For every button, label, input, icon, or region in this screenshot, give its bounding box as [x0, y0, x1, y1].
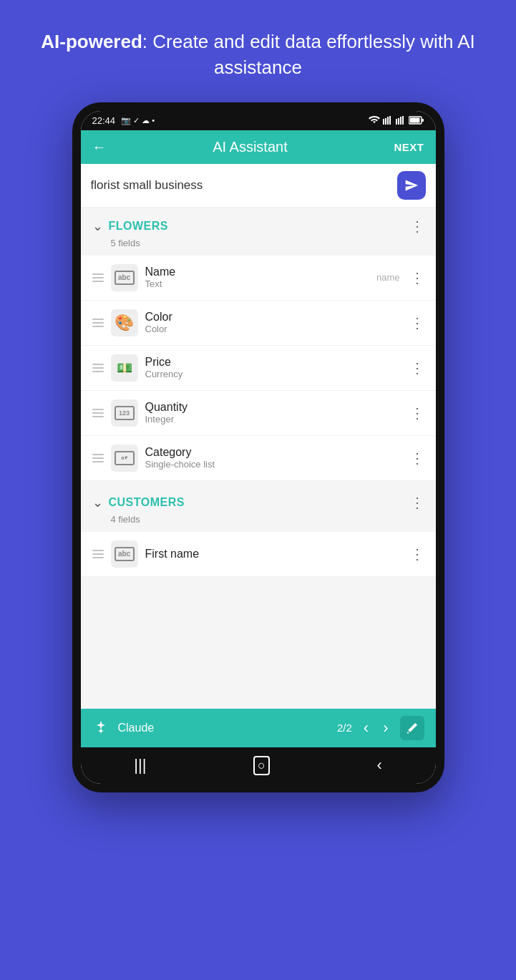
svg-rect-3	[389, 116, 391, 125]
nav-home-icon[interactable]: ○	[253, 756, 270, 775]
flowers-section-header: ⌄ FLOWERS ⋮	[81, 208, 436, 238]
category-field-name: Category	[145, 446, 403, 459]
nav-bar: ||| ○ ‹	[81, 747, 436, 784]
ai-sparkle-icon	[92, 719, 109, 737]
firstname-field-info: First name	[145, 548, 403, 561]
select-icon: a▾	[115, 451, 135, 465]
currency-icon: 💵	[117, 360, 132, 376]
drag-handle-quantity[interactable]	[92, 409, 104, 417]
firstname-field-name: First name	[145, 548, 403, 561]
field-row-quantity: 123 Quantity Integer ⋮	[81, 391, 436, 436]
status-icons	[369, 116, 424, 125]
category-field-info: Category Single-choice list	[145, 446, 403, 470]
drag-handle-price[interactable]	[92, 364, 104, 372]
nav-recents-icon[interactable]: |||	[134, 756, 146, 775]
status-bar: 22:44 📷 ✓ ☁ •	[81, 111, 436, 130]
name-field-tag: name	[376, 272, 400, 283]
search-input[interactable]	[91, 178, 397, 193]
color-field-type: Color	[145, 324, 403, 334]
text-icon-firstname: abc	[115, 547, 135, 561]
drag-handle-firstname[interactable]	[92, 550, 104, 558]
phone-frame: 22:44 📷 ✓ ☁ • ← AI Assistant NEXT	[72, 102, 444, 792]
back-button[interactable]: ←	[92, 139, 107, 155]
flowers-section-subtitle: 5 fields	[81, 238, 436, 256]
quantity-field-name: Quantity	[145, 401, 403, 414]
bottom-bar: Claude 2/2 ‹ ›	[81, 709, 436, 747]
status-time: 22:44 📷 ✓ ☁ •	[92, 115, 155, 126]
quantity-field-icon: 123	[111, 399, 138, 427]
name-more-icon[interactable]: ⋮	[410, 269, 424, 286]
app-bar: ← AI Assistant NEXT	[81, 130, 436, 164]
app-bar-title: AI Assistant	[213, 139, 288, 155]
drag-handle-color[interactable]	[92, 319, 104, 327]
drag-handle-category[interactable]	[92, 454, 104, 462]
svg-rect-0	[383, 119, 384, 125]
svg-rect-9	[409, 118, 419, 123]
color-field-name: Color	[145, 311, 403, 324]
field-row-price: 💵 Price Currency ⋮	[81, 346, 436, 391]
firstname-more-icon[interactable]: ⋮	[410, 545, 424, 563]
page-indicator: 2/2	[337, 722, 352, 734]
flowers-more-icon[interactable]: ⋮	[410, 218, 424, 235]
name-field-type: Text	[145, 278, 369, 289]
number-icon: 123	[115, 406, 135, 420]
svg-rect-6	[400, 117, 401, 125]
hero-text: AI-powered: Create and edit data effortl…	[0, 29, 516, 81]
name-field-name: Name	[145, 266, 369, 278]
color-field-icon: 🎨	[111, 309, 138, 336]
quantity-field-type: Integer	[145, 414, 403, 424]
category-field-icon: a▾	[111, 445, 138, 472]
nav-back-icon[interactable]: ‹	[376, 756, 381, 775]
name-field-info: Name Text	[145, 266, 369, 289]
field-row-name: abc Name Text name ⋮	[81, 256, 436, 301]
customers-section-subtitle: 4 fields	[81, 514, 436, 532]
svg-rect-7	[402, 116, 404, 125]
prev-page-button[interactable]: ‹	[361, 719, 371, 737]
price-field-icon: 💵	[111, 354, 138, 382]
price-field-info: Price Currency	[145, 356, 403, 379]
customers-section-header: ⌄ CUSTOMERS ⋮	[81, 484, 436, 514]
price-field-name: Price	[145, 356, 403, 369]
firstname-field-icon: abc	[111, 540, 138, 568]
text-icon: abc	[115, 271, 135, 285]
category-more-icon[interactable]: ⋮	[410, 450, 424, 467]
eraser-button[interactable]	[400, 716, 424, 740]
send-button[interactable]	[397, 171, 426, 200]
name-field-icon: abc	[111, 264, 138, 291]
customers-more-icon[interactable]: ⋮	[410, 494, 424, 511]
price-more-icon[interactable]: ⋮	[410, 359, 424, 377]
color-field-info: Color Color	[145, 311, 403, 334]
drag-handle-name[interactable]	[92, 273, 104, 282]
svg-rect-10	[422, 119, 424, 122]
customers-section-title: CUSTOMERS	[109, 496, 410, 509]
customers-chevron-icon[interactable]: ⌄	[92, 495, 103, 510]
search-bar	[81, 164, 436, 208]
flowers-section-title: FLOWERS	[109, 220, 410, 233]
field-row-category: a▾ Category Single-choice list ⋮	[81, 436, 436, 481]
hero-normal: : Create and edit data effortlessly with…	[142, 31, 475, 78]
svg-rect-4	[396, 119, 397, 125]
hero-bold: AI-powered	[41, 31, 142, 52]
field-row-firstname: abc First name ⋮	[81, 532, 436, 577]
next-button[interactable]: NEXT	[394, 141, 424, 153]
quantity-field-info: Quantity Integer	[145, 401, 403, 424]
palette-icon: 🎨	[115, 314, 134, 332]
color-more-icon[interactable]: ⋮	[410, 314, 424, 331]
category-field-type: Single-choice list	[145, 459, 403, 470]
quantity-more-icon[interactable]: ⋮	[410, 404, 424, 422]
svg-rect-5	[398, 118, 399, 125]
price-field-type: Currency	[145, 369, 403, 379]
claude-label: Claude	[118, 722, 155, 734]
flowers-chevron-icon[interactable]: ⌄	[92, 218, 103, 234]
phone-screen: 22:44 📷 ✓ ☁ • ← AI Assistant NEXT	[81, 111, 436, 784]
next-page-button[interactable]: ›	[380, 719, 391, 737]
svg-rect-2	[387, 117, 389, 125]
svg-rect-1	[385, 118, 386, 125]
field-row-color: 🎨 Color Color ⋮	[81, 301, 436, 346]
content-area: ⌄ FLOWERS ⋮ 5 fields abc Name Text name …	[81, 208, 436, 709]
